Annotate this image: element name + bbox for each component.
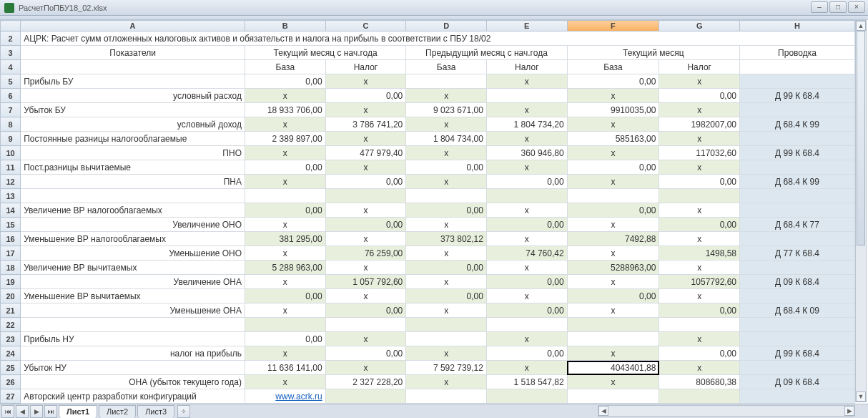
col-header-G[interactable]: G	[659, 21, 740, 31]
cell-11-G[interactable]: x	[659, 160, 740, 175]
row-header-12[interactable]: 12	[1, 175, 21, 189]
cell-15-G[interactable]: 0,00	[659, 218, 740, 232]
cell-17-A[interactable]: Уменьшение ОНО	[21, 246, 245, 261]
cell-18-E[interactable]: x	[486, 261, 567, 275]
cell-17-H[interactable]: Д 77 К 68.4	[740, 246, 855, 261]
row-header-20[interactable]: 20	[1, 289, 21, 303]
cell-14-B[interactable]: 0,00	[245, 203, 325, 218]
cell-24-B[interactable]: x	[245, 346, 325, 361]
cell-22-A[interactable]	[21, 318, 245, 332]
row-header-15[interactable]: 15	[1, 218, 21, 232]
cell-11-F[interactable]: 0,00	[567, 160, 659, 175]
cell-20-F[interactable]: 0,00	[567, 289, 659, 303]
cell-27-C[interactable]	[325, 389, 406, 404]
cell-20-H[interactable]	[740, 289, 855, 303]
cell-7-C[interactable]: x	[325, 103, 406, 117]
cell-17-E[interactable]: 74 760,42	[486, 246, 567, 261]
cell-21-C[interactable]: 0,00	[325, 303, 406, 318]
cell-14-C[interactable]: x	[325, 203, 406, 218]
cell-19-C[interactable]: 1 057 792,60	[325, 275, 406, 289]
cell-20-E[interactable]: x	[486, 289, 567, 303]
cell-5-H[interactable]	[740, 74, 855, 89]
cell-15-D[interactable]: x	[406, 218, 487, 232]
cell-18-H[interactable]	[740, 261, 855, 275]
cell-12-F[interactable]: x	[567, 175, 659, 189]
cell-5-F[interactable]: 0,00	[567, 74, 659, 89]
cell-7-A[interactable]: Убыток БУ	[21, 103, 245, 117]
row-header-23[interactable]: 23	[1, 332, 21, 346]
scroll-left-button[interactable]: ◀	[598, 406, 608, 416]
row-header-13[interactable]: 13	[1, 189, 21, 203]
cell-17-C[interactable]: 76 259,00	[325, 246, 406, 261]
cell-7-E[interactable]: x	[486, 103, 567, 117]
cell-26-A[interactable]: ОНА (убыток текущего года)	[21, 375, 245, 389]
cell-24-H[interactable]: Д 99 К 68.4	[740, 346, 855, 361]
cell-23-A[interactable]: Прибыль НУ	[21, 332, 245, 346]
cell-7-H[interactable]	[740, 103, 855, 117]
cell-13-A[interactable]	[21, 189, 245, 203]
cell-9-D[interactable]: 1 804 734,00	[406, 132, 487, 146]
cell-11-D[interactable]: 0,00	[406, 160, 487, 175]
cell-7-D[interactable]: 9 023 671,00	[406, 103, 487, 117]
cell-8-D[interactable]: x	[406, 117, 487, 132]
cell-16-A[interactable]: Уменьшение ВР налогооблагаемых	[21, 232, 245, 246]
row-header-11[interactable]: 11	[1, 160, 21, 175]
scroll-thumb[interactable]	[857, 31, 865, 246]
sheet-tab-Лист1[interactable]: Лист1	[59, 405, 97, 418]
tab-nav-prev[interactable]: ◀	[16, 405, 29, 418]
cell-11-H[interactable]	[740, 160, 855, 175]
cell-10-G[interactable]: 117032,60	[659, 146, 740, 160]
row-header-2[interactable]: 2	[1, 31, 21, 46]
cell-13-G[interactable]	[659, 189, 740, 203]
cell-16-G[interactable]: x	[659, 232, 740, 246]
cell-21-B[interactable]: x	[245, 303, 325, 318]
cell-23-H[interactable]	[740, 332, 855, 346]
cell-9-F[interactable]: 585163,00	[567, 132, 659, 146]
cell-16-H[interactable]	[740, 232, 855, 246]
cell-13-C[interactable]	[325, 189, 406, 203]
row-header-14[interactable]: 14	[1, 203, 21, 218]
cell-22-B[interactable]	[245, 318, 325, 332]
cell-26-C[interactable]: 2 327 228,20	[325, 375, 406, 389]
cell-25-F[interactable]: 4043401,88	[567, 361, 659, 375]
cell-13-F[interactable]	[567, 189, 659, 203]
row-header-10[interactable]: 10	[1, 146, 21, 160]
cell-8-C[interactable]: 3 786 741,20	[325, 117, 406, 132]
cell-22-E[interactable]	[486, 318, 567, 332]
cell-25-B[interactable]: 11 636 141,00	[245, 361, 325, 375]
cell-20-C[interactable]: x	[325, 289, 406, 303]
cell-26-G[interactable]: 808680,38	[659, 375, 740, 389]
cell-5-D[interactable]	[406, 74, 487, 89]
cell-14-G[interactable]: x	[659, 203, 740, 218]
tab-nav-first[interactable]: ⏮	[1, 405, 14, 418]
cell-13-D[interactable]	[406, 189, 487, 203]
cell-27-E[interactable]	[486, 389, 567, 404]
cell-15-H[interactable]: Д 68.4 К 77	[740, 218, 855, 232]
cell-6-A[interactable]: условный расход	[21, 89, 245, 103]
cell-27-F[interactable]	[567, 389, 659, 404]
cell-14-D[interactable]: 0,00	[406, 203, 487, 218]
cell-6-C[interactable]: 0,00	[325, 89, 406, 103]
row-header-22[interactable]: 22	[1, 318, 21, 332]
cell-9-B[interactable]: 2 389 897,00	[245, 132, 325, 146]
cell-5-E[interactable]: x	[486, 74, 567, 89]
cell-12-D[interactable]: x	[406, 175, 487, 189]
cell-15-E[interactable]: 0,00	[486, 218, 567, 232]
cell-20-D[interactable]: 0,00	[406, 289, 487, 303]
cell-21-A[interactable]: Уменьшение ОНА	[21, 303, 245, 318]
cell-8-F[interactable]: x	[567, 117, 659, 132]
row-header-25[interactable]: 25	[1, 361, 21, 375]
cell-13-E[interactable]	[486, 189, 567, 203]
cell-22-H[interactable]	[740, 318, 855, 332]
cell-14-F[interactable]: 0,00	[567, 203, 659, 218]
scroll-down-button[interactable]: ▼	[856, 392, 866, 402]
cell-19-F[interactable]: x	[567, 275, 659, 289]
row-header-6[interactable]: 6	[1, 89, 21, 103]
col-header-A[interactable]: A	[21, 21, 245, 31]
cell-19-D[interactable]: x	[406, 275, 487, 289]
cell-19-G[interactable]: 1057792,60	[659, 275, 740, 289]
minimize-button[interactable]: –	[811, 1, 828, 13]
cell-8-A[interactable]: условный доход	[21, 117, 245, 132]
cell-11-E[interactable]: x	[486, 160, 567, 175]
col-header-E[interactable]: E	[486, 21, 567, 31]
